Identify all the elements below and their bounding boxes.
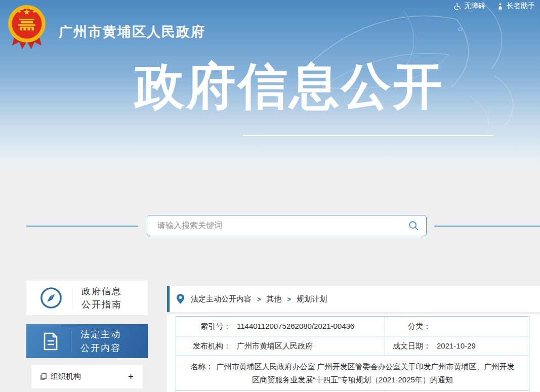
national-emblem-logo [7,4,47,52]
document-name-label: 名称： [190,362,213,371]
sidebar-item-organization[interactable]: 组织机构 + [31,365,143,388]
elder-assistant-link[interactable]: 长者助手 [496,2,535,11]
breadcrumb-item-planning: 规划计划 [297,294,327,304]
site-header: 广州市黄埔区人民政府 [7,4,205,52]
label-line1: 法定主动 [80,328,121,341]
document-info-panel: 索引号：114401120075262080/2021-00436 分类： 发布… [167,314,540,392]
location-pin-icon [177,294,184,304]
pages-icon [39,373,47,380]
publisher-value: 广州市黄埔区人民政府 [237,341,313,350]
header-banner: 无障碍 长者助手 [0,0,540,170]
accessibility-link[interactable]: 无障碍 [454,2,485,11]
sidebar: 政府信息 公开指南 法定主动 公开内容 [26,281,148,388]
publisher-label: 发布机构： [176,341,231,351]
accessibility-label: 无障碍 [464,2,485,11]
site-title[interactable]: 广州市黄埔区人民政府 [59,23,205,41]
document-name-cell: 名称：广州市黄埔区人民政府办公室 广州开发区管委会办公室关于印发广州市黄埔区、广… [176,356,529,391]
divider [71,331,71,352]
category-cell: 分类： [385,317,529,336]
elder-assistant-label: 长者助手 [507,2,535,11]
breadcrumb: 法定主动公开内容 > 其他 > 规划计划 [167,286,540,312]
search-button[interactable] [408,220,426,231]
document-info-table: 索引号：114401120075262080/2021-00436 分类： 发布… [176,316,529,392]
issue-date-label: 成文日期： [385,341,431,351]
breadcrumb-item-other[interactable]: 其他 [267,294,282,304]
search-left-line [26,226,138,227]
index-number-cell: 索引号：114401120075262080/2021-00436 [176,317,385,336]
label-line1: 政府信息 [81,285,122,298]
category-label: 分类： [385,322,431,331]
sidebar-item-statutory-disclosure[interactable]: 法定主动 公开内容 [26,324,148,358]
publisher-cell: 发布机构：广州市黄埔区人民政府 [176,336,385,356]
sidebar-item-statutory-label: 法定主动 公开内容 [80,328,121,354]
table-row: 名称：广州市黄埔区人民政府办公室 广州开发区管委会办公室关于印发广州市黄埔区、广… [176,356,529,391]
breadcrumb-separator: > [287,295,292,303]
issue-date-cell: 成文日期：2021-10-29 [385,336,529,356]
search-input[interactable] [147,215,408,236]
table-row: 发布机构：广州市黄埔区人民政府 成文日期：2021-10-29 [176,336,529,356]
table-row: 索引号：114401120075262080/2021-00436 分类： [176,317,529,336]
label-line2: 公开内容 [80,341,121,355]
search-right-line [434,226,540,227]
breadcrumb-item-statutory[interactable]: 法定主动公开内容 [191,294,252,304]
index-number-label: 索引号： [176,322,231,331]
breadcrumb-separator: > [257,295,261,303]
document-icon [39,330,62,353]
search-icon [408,220,419,231]
main-content: 法定主动公开内容 > 其他 > 规划计划 索引号：114401120075262… [167,286,540,392]
expand-plus-icon[interactable]: + [128,372,134,381]
sidebar-item-guide-label: 政府信息 公开指南 [81,285,122,311]
search-box [147,215,427,236]
wheelchair-icon [454,3,462,10]
topbar-links: 无障碍 长者助手 [454,2,535,11]
issue-date-value: 2021-10-29 [437,341,476,350]
page-title: 政府信息公开 [135,54,444,120]
compass-icon [39,286,63,310]
index-number-value: 114401120075262080/2021-00436 [237,322,354,330]
sidebar-item-organization-label: 组织机构 [51,372,81,381]
page: 无障碍 长者助手 [0,0,540,392]
divider [72,287,72,309]
document-name-value: 广州市黄埔区人民政府办公室 广州开发区管委会办公室关于印发广州市黄埔区、广州开发… [216,362,514,384]
title-underline [243,135,493,136]
person-icon [496,3,504,10]
label-line2: 公开指南 [81,298,122,311]
sidebar-item-guide[interactable]: 政府信息 公开指南 [26,281,148,315]
